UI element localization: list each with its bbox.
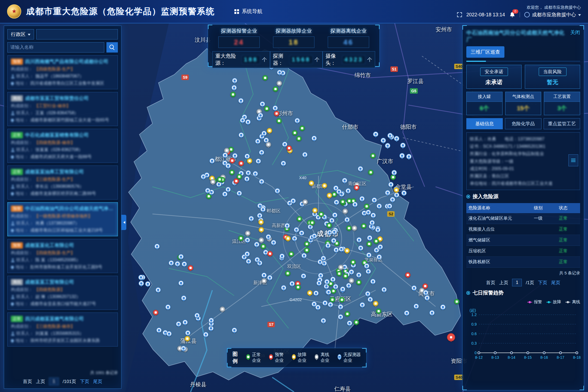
map-marker-none[interactable] [385, 143, 390, 148]
map-marker-none[interactable] [406, 154, 412, 159]
map-marker-none[interactable] [352, 202, 358, 207]
map-marker-none[interactable] [194, 313, 200, 318]
map-marker-none[interactable] [169, 260, 174, 266]
map-marker-offline[interactable] [245, 231, 250, 236]
map-marker-offline[interactable] [266, 142, 271, 147]
search-input[interactable] [7, 42, 104, 53]
map-marker-normal[interactable] [339, 297, 345, 302]
map-marker-none[interactable] [414, 304, 419, 309]
trend-legend-item[interactable]: 离线 [565, 299, 580, 305]
hazard-row[interactable]: 铁路栈桥区正常 [466, 257, 580, 268]
map-marker-fault[interactable] [309, 180, 314, 186]
map-marker-none[interactable] [277, 70, 282, 75]
map-marker-offline[interactable] [259, 237, 264, 243]
tab-0[interactable]: 基础信息 [466, 118, 503, 129]
map-marker-none[interactable] [340, 286, 345, 292]
map-marker-none[interactable] [185, 330, 191, 336]
map-marker-none[interactable] [245, 237, 250, 243]
map-marker-none[interactable] [345, 188, 351, 194]
page-last-button[interactable]: 尾页 [93, 378, 102, 385]
map-marker-none[interactable] [423, 290, 428, 295]
map-marker-normal[interactable] [237, 174, 242, 179]
map-marker-normal[interactable] [310, 220, 315, 225]
map-marker-none[interactable] [222, 152, 228, 158]
map-marker-none[interactable] [364, 263, 369, 269]
map-marker-normal[interactable] [292, 130, 298, 136]
system-nav-button[interactable]: 系统导航 [234, 8, 262, 15]
map-marker-none[interactable] [411, 285, 417, 291]
map-marker-normal[interactable] [376, 308, 381, 314]
district-select[interactable] [36, 29, 118, 39]
map-marker-none[interactable] [313, 290, 319, 296]
map-marker-none[interactable] [166, 331, 172, 336]
map-marker-none[interactable] [165, 304, 171, 310]
map-marker-alarm[interactable] [188, 265, 193, 271]
map-marker-none[interactable] [440, 304, 446, 310]
company-list-item[interactable]: 正常中石化成都某某销售有限公司构成级别：【四级危险源-储存】联系人：张某某（02… [7, 129, 118, 163]
map-marker-none[interactable] [321, 318, 326, 323]
map-marker-normal[interactable] [350, 259, 356, 265]
map-marker-none[interactable] [295, 118, 300, 123]
map-marker-alarm[interactable] [405, 272, 411, 278]
map-marker-none[interactable] [254, 242, 259, 247]
map-marker-normal[interactable] [318, 212, 324, 217]
map-marker-normal[interactable] [373, 238, 379, 244]
map-marker-normal[interactable] [262, 75, 268, 81]
map-marker-none[interactable] [336, 189, 342, 194]
map-marker-offline[interactable] [338, 265, 344, 270]
map-marker-none[interactable] [359, 196, 365, 201]
map-marker-none[interactable] [360, 302, 365, 308]
map-marker-none[interactable] [255, 257, 260, 262]
map-marker-none[interactable] [356, 237, 362, 243]
map-marker-normal[interactable] [370, 153, 376, 158]
map-marker-none[interactable] [315, 305, 321, 310]
map-marker-none[interactable] [332, 229, 337, 235]
company-list-item[interactable]: 离线成都某某工贸有限公司构成级别：【四级危险源】联系人：赵 琳（13086207… [7, 276, 118, 310]
map-marker-fault[interactable] [312, 208, 318, 213]
map-marker-none[interactable] [372, 197, 377, 203]
close-button[interactable]: 关闭 [570, 29, 580, 36]
hz-page-input[interactable]: 1 [512, 279, 522, 286]
map-marker-none[interactable] [272, 105, 278, 111]
map-marker-offline[interactable] [261, 278, 267, 284]
map-marker-none[interactable] [279, 253, 285, 259]
map-marker-fault[interactable] [258, 219, 264, 225]
map-marker-none[interactable] [281, 285, 286, 290]
map-marker-none[interactable] [331, 238, 336, 243]
map-marker-none[interactable] [339, 246, 344, 252]
map-marker-normal[interactable] [354, 320, 359, 325]
map-marker-none[interactable] [381, 138, 386, 143]
map-marker-none[interactable] [257, 213, 262, 218]
map-marker-normal[interactable] [347, 198, 352, 204]
map-marker-none[interactable] [366, 210, 371, 215]
fullscreen-icon[interactable] [457, 12, 462, 17]
search-button[interactable] [106, 42, 118, 53]
org-dropdown[interactable]: 成都市应急救援中心 [524, 11, 581, 18]
map-marker-none[interactable] [253, 171, 258, 176]
map-marker-none[interactable] [369, 220, 375, 225]
notifications-button[interactable]: 0 [509, 12, 515, 18]
map-marker-none[interactable] [231, 85, 237, 90]
map-marker-alarm[interactable] [267, 251, 273, 256]
map-marker-none[interactable] [260, 101, 265, 107]
map-marker-none[interactable] [324, 279, 330, 284]
sidebar-collapse-button[interactable] [121, 215, 126, 230]
map-marker-none[interactable] [365, 291, 370, 296]
map-marker-none[interactable] [394, 136, 399, 141]
map-marker-normal[interactable] [368, 170, 373, 175]
map-marker-none[interactable] [182, 261, 187, 267]
map-marker-offline[interactable] [277, 81, 282, 86]
map-marker-none[interactable] [376, 203, 382, 209]
map-marker-none[interactable] [429, 310, 435, 316]
map-marker-none[interactable] [346, 283, 351, 288]
map-marker-none[interactable] [378, 244, 383, 250]
hz-page-prev-button[interactable]: 上页 [499, 280, 508, 286]
map-marker-none[interactable] [284, 223, 290, 228]
map-marker-none[interactable] [154, 244, 160, 249]
map-marker-fault[interactable] [394, 187, 399, 193]
map-marker-none[interactable] [249, 216, 254, 221]
district-filter-dropdown[interactable]: 行政区 [7, 29, 34, 39]
map-marker-none[interactable] [387, 203, 392, 209]
company-list-item[interactable]: 离线成都市某某工贸有限责任公司构成级别：【工贸行业-储存】联系人：王某（028-… [7, 92, 118, 126]
map-marker-none[interactable] [325, 243, 331, 248]
